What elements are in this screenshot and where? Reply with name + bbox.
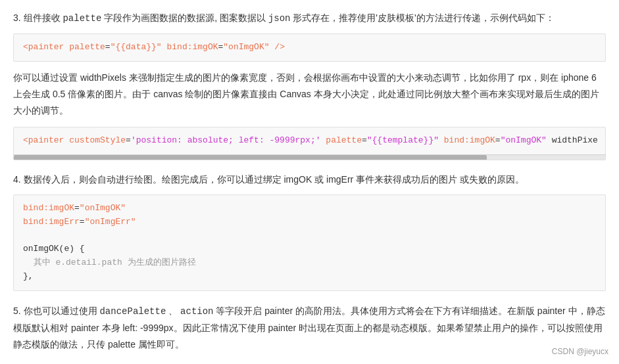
section-3-scrollbar-track (14, 154, 605, 160)
section-3-number: 3. (13, 12, 24, 23)
section-3: 3. 组件接收 palette 字段作为画图数据的数据源, 图案数据以 json… (13, 11, 606, 160)
section-3-inline-code-1: palette (62, 13, 101, 24)
section-3-text-before: 组件接收 (24, 12, 63, 23)
section-5: 5. 你也可以通过使用 dancePalette 、 action 等字段开启 … (13, 303, 606, 353)
section-3-text-middle-2: 形式存在，推荐使用'皮肤模板'的方法进行传递，示例代码如下： (290, 12, 554, 23)
section-4-title: 4. 数据传入后，则会自动进行绘图。绘图完成后，你可以通过绑定 imgOK 或 … (13, 172, 606, 188)
section-4: 4. 数据传入后，则会自动进行绘图。绘图完成后，你可以通过绑定 imgOK 或 … (13, 172, 606, 291)
page-container: 3. 组件接收 palette 字段作为画图数据的数据源, 图案数据以 json… (0, 0, 619, 364)
section-5-text: 5. 你也可以通过使用 dancePalette 、 action 等字段开启 … (13, 303, 606, 353)
section-3-code-block-2-wrapper: <painter customStyle='position: absolute… (13, 127, 606, 160)
section-3-scrollbar-thumb[interactable] (14, 155, 487, 160)
section-5-inline-code-2: action (180, 306, 213, 317)
section-3-paragraph: 你可以通过设置 widthPixels 来强制指定生成的图片的像素宽度，否则，会… (13, 70, 606, 120)
section-5-text-before: 你也可以通过使用 (24, 306, 100, 316)
section-3-code-block-2[interactable]: <painter customStyle='position: absolute… (14, 127, 605, 154)
section-3-code-block-1: <painter palette="{{data}}" bind:imgOK="… (13, 34, 606, 62)
section-4-text: 数据传入后，则会自动进行绘图。绘图完成后，你可以通过绑定 imgOK 或 img… (24, 174, 524, 185)
section-4-number: 4. (13, 174, 24, 185)
section-3-title: 3. 组件接收 palette 字段作为画图数据的数据源, 图案数据以 json… (13, 11, 606, 27)
section-5-number: 5. (13, 306, 24, 316)
section-3-text-middle-1: 字段作为画图数据的数据源, 图案数据以 (101, 12, 268, 23)
section-4-code-block: bind:imgOK="onImgOK" bind:imgErr="onImgE… (13, 194, 606, 291)
section-5-inline-code-1: dancePalette (99, 306, 166, 317)
section-3-inline-code-2: json (268, 13, 291, 24)
watermark: CSDN @jieyucx (552, 347, 608, 356)
section-5-text-middle-1: 、 (166, 306, 180, 316)
